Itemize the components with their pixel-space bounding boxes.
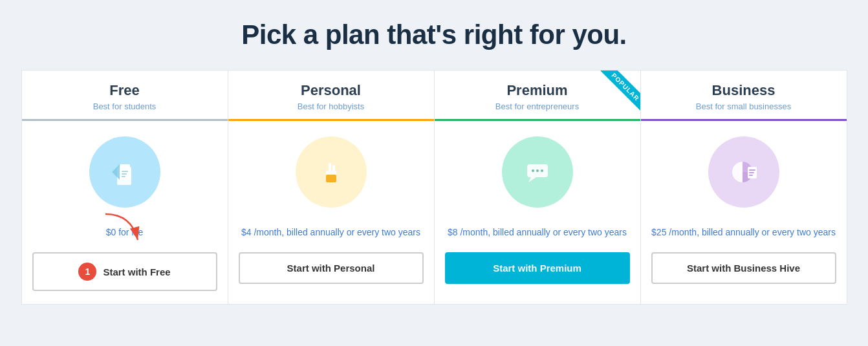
- svg-rect-4: [122, 173, 127, 175]
- business-icon: [724, 153, 763, 191]
- plan-icon-premium: [502, 136, 573, 208]
- plan-name-free: Free: [28, 82, 221, 99]
- svg-rect-9: [332, 165, 335, 173]
- svg-rect-20: [749, 175, 753, 176]
- plan-card-business: Business Best for small businesses $25 /…: [640, 70, 847, 305]
- svg-marker-2: [112, 164, 120, 180]
- svg-rect-8: [329, 163, 331, 173]
- plan-price-premium: $8 /month, billed annually or every two …: [448, 226, 627, 239]
- svg-rect-3: [122, 171, 128, 172]
- free-icon: [105, 153, 144, 191]
- plan-name-personal: Personal: [235, 82, 428, 99]
- popular-ribbon-label: POPULAR: [600, 70, 640, 112]
- plan-price-free: $0 for life: [106, 226, 144, 239]
- svg-rect-5: [122, 176, 125, 177]
- plans-container: Free Best for students $0 for life: [14, 70, 854, 305]
- svg-marker-12: [528, 177, 536, 182]
- popular-ribbon: POPULAR: [589, 70, 640, 122]
- start-personal-label: Start with Personal: [287, 263, 375, 274]
- plan-icon-free: [89, 136, 160, 208]
- plan-icon-personal: [296, 136, 367, 208]
- svg-rect-19: [749, 172, 754, 173]
- plan-tagline-free: Best for students: [28, 102, 221, 111]
- svg-rect-18: [749, 169, 755, 171]
- page-title: Pick a plan that's right for you.: [241, 19, 627, 50]
- svg-point-14: [536, 169, 539, 172]
- plan-header-business: Business Best for small businesses: [641, 70, 847, 121]
- plan-tagline-personal: Best for hobbyists: [235, 102, 428, 111]
- badge-circle-1: 1: [78, 263, 96, 281]
- plan-card-premium: POPULAR Premium Best for entrepreneurs $…: [434, 70, 641, 305]
- plan-price-personal: $4 /month, billed annually or every two …: [241, 226, 420, 239]
- plan-header-free: Free Best for students: [22, 70, 228, 121]
- plan-name-business: Business: [647, 82, 840, 99]
- start-premium-button[interactable]: Start with Premium: [445, 252, 630, 284]
- premium-icon: [518, 153, 557, 191]
- plan-icon-business: [708, 136, 779, 208]
- plan-tagline-business: Best for small businesses: [647, 102, 840, 111]
- plan-card-free: Free Best for students $0 for life: [21, 70, 228, 305]
- plan-card-personal: Personal Best for hobbyists $4 /month, b…: [228, 70, 435, 305]
- svg-point-13: [532, 169, 534, 172]
- start-premium-label: Start with Premium: [493, 263, 581, 274]
- start-business-label: Start with Business Hive: [687, 263, 800, 274]
- svg-point-15: [541, 169, 543, 172]
- start-free-button[interactable]: 1 Start with Free: [32, 252, 217, 291]
- start-free-label: Start with Free: [103, 266, 170, 277]
- start-personal-button[interactable]: Start with Personal: [239, 252, 424, 284]
- start-business-button[interactable]: Start with Business Hive: [651, 252, 836, 284]
- personal-icon: [312, 153, 351, 191]
- plan-price-business: $25 /month, billed annually or every two…: [651, 226, 836, 239]
- plan-header-personal: Personal Best for hobbyists: [228, 70, 434, 121]
- svg-rect-10: [326, 175, 336, 182]
